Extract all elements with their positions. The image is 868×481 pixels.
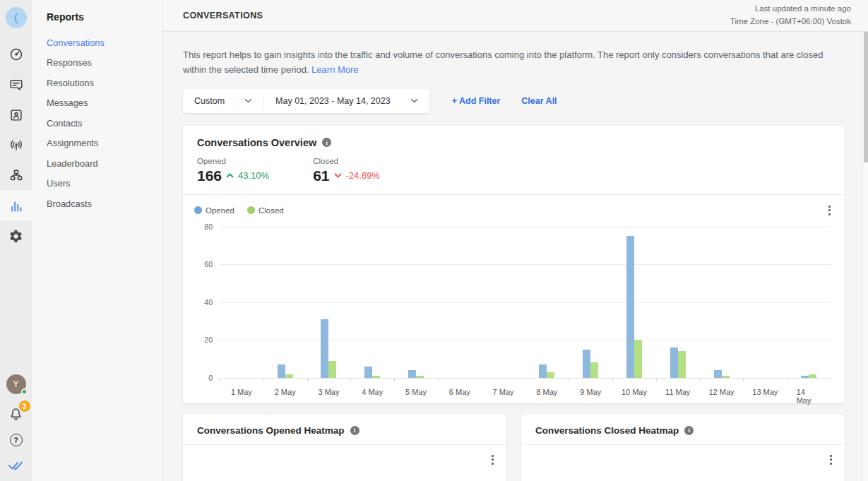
chevron-down-icon	[410, 98, 418, 103]
sidebar-item-responses[interactable]: Responses	[47, 53, 162, 73]
reports-bars-icon[interactable]	[0, 191, 32, 221]
date-range-dropdown[interactable]: May 01, 2023 - May 14, 2023	[264, 89, 429, 113]
overview-header: Conversations Overview i	[183, 126, 845, 148]
learn-more-link[interactable]: Learn More	[311, 64, 358, 75]
rail-bottom: Y 3 ?	[6, 374, 26, 481]
overview-chart-plot: 0204060801 May2 May3 May4 May5 May6 May7…	[193, 218, 833, 403]
sidebar-item-conversations[interactable]: Conversations	[47, 32, 162, 53]
workspace-avatar[interactable]: (	[6, 7, 27, 28]
overview-chart: 0204060801 May2 May3 May4 May5 May6 May7…	[193, 218, 833, 403]
x-tick-label: 1 May	[231, 388, 252, 396]
rail-nav	[0, 39, 32, 251]
filter-row: Custom May 01, 2023 - May 14, 2023 + Add…	[183, 89, 845, 113]
info-icon[interactable]: i	[322, 138, 331, 147]
settings-gear-icon[interactable]	[0, 221, 32, 251]
filter-box: Custom May 01, 2023 - May 14, 2023	[183, 89, 429, 113]
page-title: CONVERSATIONS	[183, 11, 263, 20]
range-type-dropdown[interactable]: Custom	[183, 89, 263, 113]
chevron-down-icon	[244, 98, 252, 103]
sidebar-item-leaderboard[interactable]: Leaderboard	[47, 153, 162, 174]
bar-opened[interactable]	[364, 367, 372, 378]
bar-closed[interactable]	[372, 376, 380, 378]
info-icon[interactable]: i	[350, 426, 359, 435]
bar-closed[interactable]	[678, 351, 686, 377]
clear-all-button[interactable]: Clear All	[521, 96, 557, 106]
trend-down-icon	[334, 173, 342, 178]
bar-closed[interactable]	[547, 372, 554, 378]
contacts-card-icon[interactable]	[0, 100, 32, 130]
axis-tick	[656, 379, 657, 381]
inbox-chat-icon[interactable]	[0, 69, 32, 100]
sidebar-item-users[interactable]: Users	[47, 174, 162, 194]
x-tick-label: 7 May	[493, 388, 514, 396]
axis-tick	[438, 379, 439, 381]
double-check-icon[interactable]	[8, 458, 25, 475]
heatmap-menu-kebab-icon[interactable]	[487, 452, 498, 468]
heatmap-menu-kebab-icon[interactable]	[826, 452, 836, 468]
y-tick-label: 40	[193, 298, 213, 307]
user-avatar[interactable]: Y	[6, 374, 26, 394]
axis-tick	[612, 379, 613, 381]
grid-line	[220, 264, 831, 265]
x-tick-label: 5 May	[405, 388, 427, 396]
help-icon[interactable]: ?	[10, 434, 23, 446]
x-tick-label: 8 May	[536, 388, 557, 396]
broadcast-antenna-icon[interactable]	[0, 130, 32, 160]
overview-title: Conversations Overview	[197, 137, 316, 148]
sidebar-item-resolutions[interactable]: Resolutions	[47, 73, 162, 93]
sidebar-item-messages[interactable]: Messages	[47, 93, 162, 114]
bar-opened[interactable]	[321, 319, 328, 378]
bar-closed[interactable]	[416, 376, 424, 378]
x-tick-label: 11 May	[665, 388, 690, 396]
bar-opened[interactable]	[714, 370, 722, 378]
sidebar-item-assignments[interactable]: Assignments	[47, 133, 162, 154]
icon-rail: ( Y 3 ?	[0, 0, 32, 481]
legend-item-closed[interactable]: Closed	[247, 206, 284, 215]
bar-opened[interactable]	[801, 376, 809, 378]
online-status-dot	[21, 388, 28, 395]
bar-opened[interactable]	[670, 348, 678, 378]
vertical-scrollbar[interactable]	[862, 32, 868, 481]
report-description-text: This report helps to gain insights into …	[183, 49, 823, 75]
notifications-bell-icon[interactable]: 3	[8, 405, 25, 422]
conversations-overview-card: Conversations Overview i Opened 166 43.1…	[183, 126, 845, 403]
legend-dot-opened	[194, 206, 202, 214]
heatmap-closed-body	[521, 445, 845, 481]
legend-dot-closed	[247, 206, 255, 214]
axis-tick	[394, 379, 395, 381]
axis-tick	[569, 379, 569, 381]
bar-opened[interactable]	[626, 236, 634, 378]
bar-closed[interactable]	[809, 374, 816, 378]
add-filter-button[interactable]: + Add Filter	[452, 96, 501, 106]
bar-closed[interactable]	[285, 374, 293, 378]
bar-opened[interactable]	[583, 350, 590, 378]
stat-closed-label: Closed	[313, 157, 380, 165]
dashboard-gauge-icon[interactable]	[0, 39, 32, 69]
info-icon[interactable]: i	[684, 426, 694, 435]
x-tick-label: 14 May	[797, 388, 821, 405]
axis-tick	[787, 379, 787, 381]
automation-flow-icon[interactable]	[0, 160, 32, 191]
scrollbar-thumb[interactable]	[864, 32, 868, 162]
y-tick-label: 20	[193, 335, 213, 344]
legend-label-opened: Opened	[206, 206, 234, 215]
bar-opened[interactable]	[408, 370, 416, 378]
conversations-closed-heatmap-card: Conversations Closed Heatmap i	[521, 415, 845, 481]
axis-tick	[482, 379, 482, 381]
content: This report helps to gain insights into …	[163, 32, 868, 481]
chart-menu-kebab-icon[interactable]	[824, 203, 835, 218]
sidebar-item-contacts[interactable]: Contacts	[47, 113, 162, 133]
bar-closed[interactable]	[328, 361, 336, 378]
x-tick-label: 3 May	[318, 388, 339, 396]
report-description: This report helps to gain insights into …	[183, 47, 840, 78]
stat-opened-label: Opened	[197, 157, 269, 165]
heatmap-opened-header: Conversations Opened Heatmap i	[183, 415, 506, 445]
bar-opened[interactable]	[278, 364, 285, 378]
bar-closed[interactable]	[722, 376, 730, 378]
sidebar-item-broadcasts[interactable]: Broadcasts	[47, 194, 162, 214]
bar-closed[interactable]	[590, 362, 598, 377]
main-area: CONVERSATIONS Last updated a minute ago …	[163, 0, 868, 481]
bar-opened[interactable]	[539, 364, 547, 378]
legend-item-opened[interactable]: Opened	[194, 206, 234, 215]
bar-closed[interactable]	[634, 340, 642, 378]
